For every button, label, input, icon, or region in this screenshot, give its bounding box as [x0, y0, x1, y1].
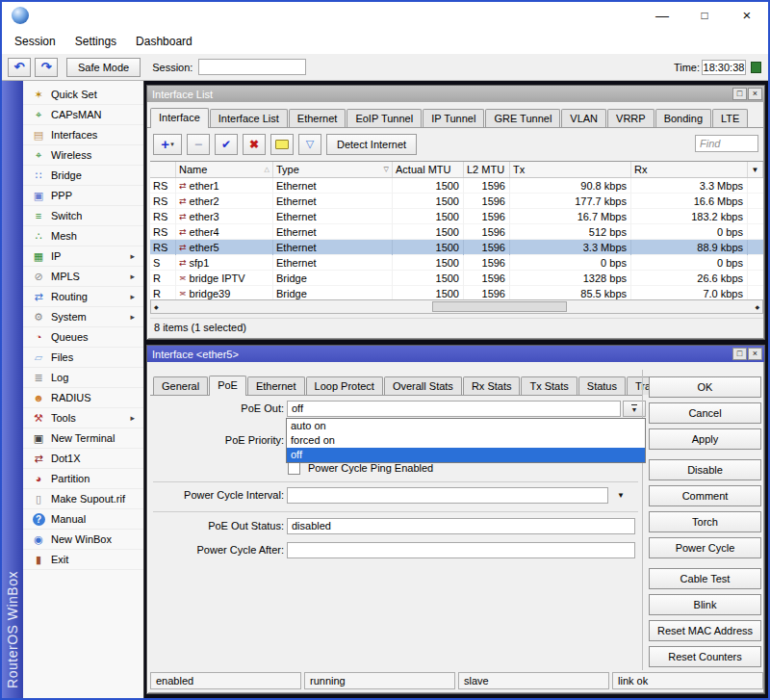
- sidebar-item-switch[interactable]: ≡Switch: [23, 206, 143, 226]
- sidebar-item-files[interactable]: ▱Files: [23, 348, 143, 368]
- minimize-button[interactable]: —: [641, 2, 683, 29]
- redo-button[interactable]: ↷: [35, 58, 58, 77]
- sidebar-item-radius[interactable]: ☻RADIUS: [23, 388, 143, 408]
- window-restore-button[interactable]: □: [732, 348, 747, 360]
- window-close-button[interactable]: ×: [748, 88, 762, 100]
- reset-counters-button[interactable]: Reset Counters: [649, 646, 761, 667]
- cable-test-button[interactable]: Cable Test: [649, 568, 761, 589]
- table-row-ether1[interactable]: RS ⇄ether1 Ethernet 1500 1596 90.8 kbps …: [150, 178, 763, 194]
- tab-general[interactable]: General: [153, 376, 208, 395]
- sidebar-item-new-terminal[interactable]: ▣New Terminal: [23, 428, 143, 449]
- ok-button[interactable]: OK: [649, 376, 761, 398]
- sidebar-item-log[interactable]: ≣Log: [23, 368, 143, 388]
- safe-mode-button[interactable]: Safe Mode: [66, 58, 141, 77]
- power-cycle-after-field[interactable]: [287, 542, 635, 558]
- tab-bonding[interactable]: Bonding: [655, 109, 711, 127]
- blink-button[interactable]: Blink: [649, 594, 761, 615]
- reset-mac-address-button[interactable]: Reset MAC Address: [649, 620, 761, 641]
- table-row-ether3[interactable]: RS ⇄ether3 Ethernet 1500 1596 16.7 Mbps …: [150, 209, 763, 224]
- tab-vlan[interactable]: VLAN: [561, 109, 606, 127]
- column-menu-button[interactable]: ▼: [748, 162, 763, 177]
- col-flags[interactable]: [150, 162, 176, 177]
- disable-button[interactable]: ✖: [243, 134, 266, 155]
- sidebar-item-partition[interactable]: ◕Partition: [23, 469, 143, 489]
- sidebar-item-wireless[interactable]: ⌖Wireless: [23, 145, 143, 166]
- scrollbar-thumb[interactable]: [432, 301, 567, 312]
- power-cycle-interval-combobox[interactable]: [287, 487, 608, 504]
- tab-interface-list[interactable]: Interface List: [210, 109, 288, 127]
- sidebar-item-exit[interactable]: ▮Exit: [23, 550, 143, 570]
- comment-button[interactable]: Comment: [649, 485, 761, 506]
- tab-tx-stats[interactable]: Tx Stats: [521, 376, 577, 395]
- menu-dashboard[interactable]: Dashboard: [136, 35, 192, 48]
- scroll-right-icon[interactable]: ◆: [755, 303, 759, 310]
- power-cycle-button[interactable]: Power Cycle: [649, 537, 761, 558]
- dropdown-arrow-icon[interactable]: ▼: [617, 491, 625, 500]
- close-button[interactable]: ×: [726, 2, 768, 29]
- sidebar-item-quick-set[interactable]: ✶Quick Set: [23, 85, 143, 105]
- remove-button[interactable]: −: [187, 134, 210, 155]
- tab-loop-protect[interactable]: Loop Protect: [306, 376, 383, 395]
- torch-button[interactable]: Torch: [649, 511, 761, 532]
- tab-ethernet[interactable]: Ethernet: [247, 376, 305, 395]
- comment-button[interactable]: [270, 134, 294, 155]
- col-l2-mtu[interactable]: L2 MTU: [464, 162, 510, 177]
- tab-interface[interactable]: Interface: [150, 108, 209, 128]
- apply-button[interactable]: Apply: [649, 428, 761, 450]
- dropdown-option-forced-on[interactable]: forced on: [287, 433, 645, 448]
- col-type[interactable]: Type▽: [273, 162, 393, 177]
- scroll-left-icon[interactable]: ◆: [154, 303, 159, 310]
- window-close-button[interactable]: ×: [748, 348, 762, 360]
- tab-ip-tunnel[interactable]: IP Tunnel: [423, 109, 484, 127]
- sidebar-item-bridge[interactable]: ∷Bridge: [23, 166, 143, 186]
- tab-ethernet[interactable]: Ethernet: [289, 109, 346, 127]
- filter-button[interactable]: ▽: [298, 134, 321, 155]
- table-row-ether4[interactable]: RS ⇄ether4 Ethernet 1500 1596 512 bps 0 …: [150, 224, 763, 240]
- enable-button[interactable]: ✔: [215, 134, 238, 155]
- sidebar-item-mpls[interactable]: ⊘MPLS▸: [23, 267, 143, 287]
- horizontal-scrollbar[interactable]: ◆ ◆: [150, 299, 763, 314]
- sidebar-item-dot1x[interactable]: ⇄Dot1X: [23, 449, 143, 469]
- col-name[interactable]: Name△: [176, 162, 273, 177]
- sidebar-item-manual[interactable]: ?Manual: [23, 509, 143, 530]
- find-input[interactable]: [695, 135, 758, 152]
- add-button[interactable]: +▾: [153, 134, 182, 155]
- sidebar-item-mesh[interactable]: ∴Mesh: [23, 226, 143, 246]
- dropdown-option-off-selected[interactable]: off: [287, 448, 645, 462]
- menu-session[interactable]: Session: [14, 35, 56, 48]
- sidebar-item-system[interactable]: ⚙System▸: [23, 307, 143, 327]
- table-row-ether2[interactable]: RS ⇄ether2 Ethernet 1500 1596 177.7 kbps…: [150, 194, 763, 209]
- tab-status[interactable]: Status: [578, 376, 626, 395]
- sidebar-item-interfaces[interactable]: ▤Interfaces: [23, 125, 143, 145]
- interface-list-titlebar[interactable]: Interface List □ ×: [147, 86, 764, 102]
- tab-overall-stats[interactable]: Overall Stats: [384, 376, 462, 395]
- col-tx[interactable]: Tx: [510, 162, 631, 177]
- sidebar-item-tools[interactable]: ⚒Tools▸: [23, 408, 143, 428]
- undo-button[interactable]: ↶: [8, 58, 31, 77]
- sidebar-item-make-supout[interactable]: ▯Make Supout.rif: [23, 489, 143, 509]
- power-cycle-ping-checkbox[interactable]: [288, 462, 300, 475]
- tab-rx-stats[interactable]: Rx Stats: [463, 376, 521, 395]
- sidebar-item-new-winbox[interactable]: ◉New WinBox: [23, 530, 143, 550]
- disable-button[interactable]: Disable: [649, 459, 761, 480]
- poe-out-combobox[interactable]: off: [287, 401, 621, 417]
- sidebar-item-ip[interactable]: ▦IP▸: [23, 246, 143, 267]
- tab-poe[interactable]: PoE: [209, 376, 246, 396]
- table-row-sfp1[interactable]: S ⇄sfp1 Ethernet 1500 1596 0 bps 0 bps: [150, 255, 763, 271]
- cancel-button[interactable]: Cancel: [649, 402, 761, 424]
- tab-vrrp[interactable]: VRRP: [607, 109, 654, 127]
- tab-eoip-tunnel[interactable]: EoIP Tunnel: [346, 109, 422, 127]
- maximize-button[interactable]: □: [683, 2, 726, 29]
- tab-gre-tunnel[interactable]: GRE Tunnel: [485, 109, 560, 127]
- col-rx[interactable]: Rx: [631, 162, 748, 177]
- table-row-ether5-selected[interactable]: RS ⇄ether5 Ethernet 1500 1596 3.3 Mbps 8…: [150, 240, 763, 255]
- detect-internet-button[interactable]: Detect Internet: [326, 134, 417, 155]
- session-input[interactable]: [198, 59, 306, 75]
- tab-lte[interactable]: LTE: [712, 109, 748, 127]
- sidebar-item-capsman[interactable]: ⌖CAPsMAN: [23, 105, 143, 125]
- sidebar-item-ppp[interactable]: ▣PPP: [23, 186, 143, 206]
- sidebar-item-queues[interactable]: ◔Queues: [23, 327, 143, 348]
- table-row-bridge-iptv[interactable]: R ≍bridge IPTV Bridge 1500 1596 1328 bps…: [150, 271, 763, 286]
- col-actual-mtu[interactable]: Actual MTU: [393, 162, 464, 177]
- dropdown-option-auto-on[interactable]: auto on: [287, 419, 645, 433]
